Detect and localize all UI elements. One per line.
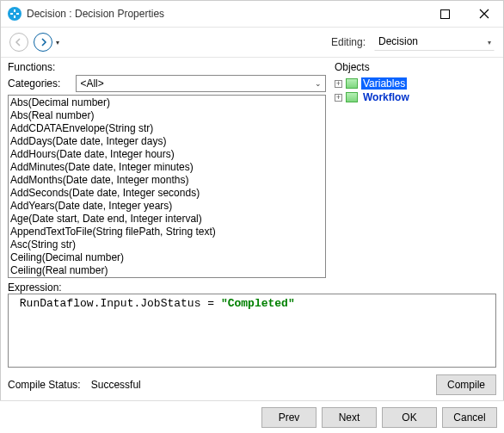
compile-button[interactable]: Compile	[436, 374, 496, 395]
tree-node-label[interactable]: Workflow	[361, 91, 411, 103]
function-item[interactable]: Abs(Decimal number)	[10, 96, 323, 109]
functions-pane: Functions: Categories: <All> ⌄ Abs(Decim…	[8, 61, 326, 278]
expression-editor[interactable]: RunDataflow.Input.JobStatus = "Completed…	[8, 294, 496, 368]
window-title: Decision : Decision Properties	[27, 8, 164, 20]
editing-select-value: Decision	[374, 34, 495, 51]
cancel-button[interactable]: Cancel	[442, 407, 497, 428]
functions-label: Functions:	[8, 61, 326, 73]
function-item[interactable]: Asc(String str)	[10, 238, 323, 251]
expr-token-ident: RunDataflow.Input.JobStatus	[20, 297, 201, 310]
folder-icon	[346, 92, 358, 102]
svg-rect-3	[16, 13, 19, 15]
function-item[interactable]: AddSeconds(Date date, Integer seconds)	[10, 187, 323, 200]
function-item[interactable]: AddMinutes(Date date, Integer minutes)	[10, 161, 323, 174]
tree-node[interactable]: +Workflow	[335, 90, 496, 104]
function-item[interactable]: Ceiling(Real number)	[10, 264, 323, 277]
compile-status-row: Compile Status: Successful Compile	[1, 368, 503, 395]
window-controls	[387, 1, 503, 27]
expression-label: Expression:	[8, 281, 62, 294]
editing-label: Editing:	[331, 36, 366, 48]
svg-rect-0	[14, 9, 15, 12]
tree-expander-icon[interactable]: +	[335, 80, 342, 88]
svg-rect-1	[14, 15, 15, 18]
maximize-button[interactable]	[426, 1, 464, 27]
function-item[interactable]: Ceiling(Decimal number)	[10, 251, 323, 264]
function-item[interactable]: AddHours(Date date, Integer hours)	[10, 148, 323, 161]
expr-token-op: =	[207, 297, 214, 310]
tree-node-label[interactable]: Variables	[361, 77, 407, 90]
close-button[interactable]	[464, 1, 503, 27]
categories-select-value: <All>	[76, 75, 326, 92]
main-area: Functions: Categories: <All> ⌄ Abs(Decim…	[1, 58, 503, 278]
forward-button[interactable]	[34, 33, 52, 52]
categories-label: Categories:	[8, 77, 60, 90]
function-item[interactable]: AddMonths(Date date, Integer months)	[10, 174, 323, 187]
function-item[interactable]: Abs(Real number)	[10, 109, 323, 122]
objects-pane: Objects +Variables+Workflow	[335, 61, 496, 278]
prev-button[interactable]: Prev	[261, 407, 317, 428]
ok-button[interactable]: OK	[382, 407, 437, 428]
chevron-down-icon: ▾	[488, 39, 491, 46]
function-item[interactable]: AddYears(Date date, Integer years)	[10, 200, 323, 213]
editing-select[interactable]: Decision ▾	[374, 34, 495, 51]
compile-status-label: Compile Status:	[8, 379, 81, 391]
function-item[interactable]: AddDays(Date date, Integer days)	[10, 135, 323, 148]
titlebar: Decision : Decision Properties	[1, 1, 503, 27]
function-item[interactable]: Age(Date start, Date end, Integer interv…	[10, 213, 323, 226]
app-icon	[8, 7, 22, 21]
chevron-down-icon: ⌄	[315, 79, 322, 88]
functions-list[interactable]: Abs(Decimal number)Abs(Real number)AddCD…	[8, 95, 326, 278]
footer: Prev Next OK Cancel	[0, 400, 504, 433]
next-button[interactable]: Next	[322, 407, 377, 428]
expr-token-string: "Completed"	[221, 297, 295, 310]
svg-rect-2	[10, 13, 13, 15]
expression-section: Expression: RunDataflow.Input.JobStatus …	[1, 278, 503, 368]
folder-icon	[346, 78, 358, 89]
tree-expander-icon[interactable]: +	[335, 94, 342, 102]
svg-rect-4	[441, 9, 450, 18]
forward-button-group[interactable]: ▾	[34, 33, 59, 52]
compile-status-value: Successful	[91, 379, 141, 391]
back-button[interactable]	[9, 33, 28, 52]
categories-select[interactable]: <All> ⌄	[76, 75, 326, 92]
forward-dropdown-caret[interactable]: ▾	[56, 39, 59, 46]
toolbar: ▾ Editing: Decision ▾	[1, 28, 503, 57]
function-item[interactable]: AddCDATAEnvelope(String str)	[10, 122, 323, 135]
objects-label: Objects	[335, 61, 496, 73]
objects-tree[interactable]: +Variables+Workflow	[335, 75, 496, 104]
function-item[interactable]: AppendTextToFile(String filePath, String…	[10, 226, 323, 238]
tree-node[interactable]: +Variables	[335, 77, 496, 90]
